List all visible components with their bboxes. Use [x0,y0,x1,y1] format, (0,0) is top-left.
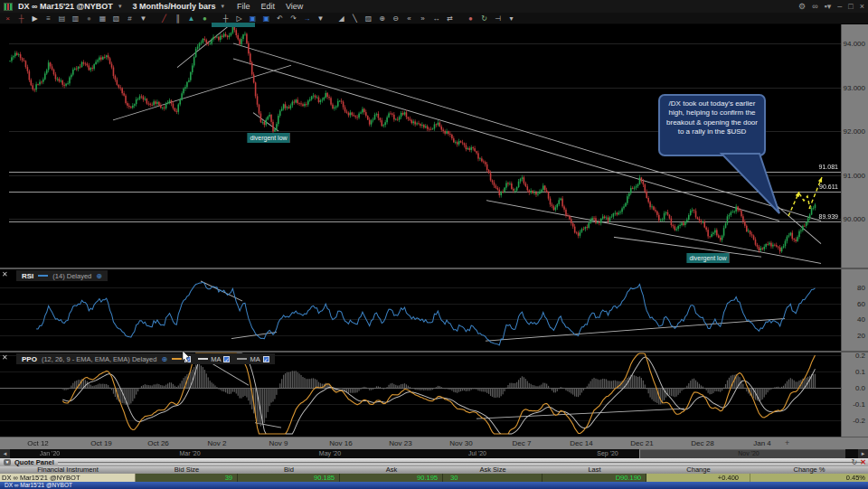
history-scrollbar[interactable]: Jan '20Mar '20May '20Jul '20Sep '20Nov '… [0,449,868,458]
quote-ask-size-cell[interactable]: 30 [443,474,542,482]
quote-bid-cell[interactable]: 90.185 [238,474,340,482]
quote-col-ask[interactable]: Ask [340,466,443,474]
tools-dropdown-icon[interactable]: ▼ [315,14,326,24]
fit-width-icon[interactable]: ↔ [430,14,442,24]
pointer-tool-icon[interactable]: ▶ [29,14,41,24]
timeframe-selector[interactable]: 3 Months/Hourly bars [132,2,215,11]
zoom-out-icon[interactable]: ⊖ [390,14,401,24]
pin-window-icon[interactable]: ▪▾ [825,0,832,13]
select-arrow-icon[interactable]: ▷ [233,14,245,24]
minimize-button[interactable]: – [837,0,842,13]
quote-last-cell[interactable]: D90.190 [542,474,646,482]
expand-plus-marker[interactable]: + [785,438,789,447]
symbol-dropdown-caret-icon[interactable]: ▾ [118,3,122,10]
folder-icon[interactable]: ▥ [70,14,81,24]
menu-view[interactable]: View [286,2,303,11]
undo-icon[interactable]: ↶ [274,14,286,24]
ppo-legend-checkbox[interactable]: ✓ [223,356,230,362]
date-tick: Jan 4 [753,439,771,447]
date-tick: Oct 12 [27,439,49,447]
eraser-icon[interactable]: ◢ [335,14,347,24]
chart-type-dropdown-icon[interactable]: ▼ [137,14,149,24]
quote-col-last[interactable]: Last [542,466,646,474]
ppo-tick: 0.2 [855,352,865,360]
quote-col-financial-instrument[interactable]: Financial Instrument [0,466,136,474]
ppo-settings-icon[interactable]: ⊕ [161,355,167,363]
hatch-tool-icon[interactable]: ▨ [363,14,374,24]
save-icon[interactable]: ▦ [97,14,108,24]
draw-pencil-icon[interactable]: ╱ [158,14,170,24]
quote-col-bid[interactable]: Bid [238,466,340,474]
close-button[interactable]: × [860,0,864,13]
price-tick: 91.000 [844,172,865,180]
print-icon[interactable]: ▤ [56,14,68,24]
quote-close-icon[interactable]: ✕ [860,458,866,466]
date-tick: Nov 9 [269,439,288,447]
date-axis[interactable]: Oct 12Oct 19Oct 26Nov 2Nov 9Nov 16Nov 23… [0,437,868,449]
zoom-in-icon[interactable]: ⊕ [376,14,388,24]
price-axis[interactable]: 94.00093.00092.00091.00090.000806040200.… [841,24,868,437]
quote-col-change-[interactable]: Change % [750,466,868,474]
timeframe-dropdown-caret-icon[interactable]: ▾ [221,3,224,10]
pan-icon[interactable]: ⇄ [444,14,456,24]
quote-change-pct-cell[interactable]: 0.45% [750,474,868,482]
rsi-ppo-divider[interactable] [0,351,868,353]
info-panel2-icon[interactable]: ▣ [260,14,272,24]
quote-refresh-icon[interactable]: ↻ [852,458,858,466]
expand-right-icon[interactable]: » [417,14,429,24]
quote-instrument-cell[interactable]: DX ∞ Mar15'21 @NYBOT [0,474,136,482]
chart-rsi-divider[interactable] [0,268,868,269]
ppo-legend-checkbox[interactable]: ✓ [184,356,191,362]
scroll-left-arrow[interactable]: ◂ [0,449,10,458]
quote-bid-size-cell[interactable]: 39 [136,474,238,482]
go-to-icon[interactable]: → [301,14,313,24]
quote-col-ask-size[interactable]: Ask Size [443,466,542,474]
date-tick: Dec 7 [513,439,532,447]
ppo-legend-swatch [198,358,208,360]
ppo-close-button[interactable]: ✕ [2,354,8,362]
level-label: 89.939 [819,213,838,220]
globe-icon[interactable]: ● [199,14,211,24]
refresh-icon[interactable]: ↻ [478,14,490,24]
redo-icon[interactable]: ↷ [288,14,299,24]
price-tick: 94.000 [844,40,865,48]
quote-ask-cell[interactable]: 90.195 [340,474,443,482]
link-windows-icon[interactable]: ∞ [812,0,817,13]
menu-file[interactable]: File [237,2,250,11]
ppo-legend-swatch [237,358,247,360]
symbol-title[interactable]: DX ∞ Mar15'21 @NYBOT [18,2,113,11]
area-chart-icon[interactable]: ▲ [185,14,197,24]
quote-panel-buttons: ↻ ✕ [852,458,866,466]
grid-layout-icon[interactable]: # [124,14,136,24]
snapshot-icon[interactable]: ▧ [110,14,122,24]
more-dropdown-icon[interactable]: ▾ [505,14,517,24]
trendline-tool-icon[interactable]: ╲ [349,14,361,24]
record-icon[interactable]: ● [83,14,95,24]
list-icon[interactable]: ≡ [42,14,54,24]
close-chart-icon[interactable]: × [2,14,14,24]
expand-left-icon[interactable]: « [403,14,415,24]
rsi-tick: 80 [857,284,865,292]
quote-table-row[interactable]: DX ∞ Mar15'21 @NYBOT 39 90.185 90.195 30… [0,474,868,482]
quote-panel-collapse-button[interactable]: ▼ [4,459,11,465]
ppo-legend-checkbox[interactable]: ✓ [263,356,269,362]
maximize-button[interactable]: □ [848,0,853,13]
rsi-settings-icon[interactable]: ⊕ [96,272,102,280]
quote-col-change[interactable]: Change [646,466,750,474]
rsi-tick: 40 [857,315,865,324]
info-panel-icon[interactable]: ▣ [247,14,259,24]
rsi-panel-header: RSI (14) Delayed ⊕ [16,270,108,281]
crosshair-tool-icon[interactable]: ┼ [15,14,27,24]
quote-change-cell[interactable]: +0.400 [646,474,750,482]
rsi-close-button[interactable]: ✕ [2,271,8,278]
crosshair-plus-icon[interactable]: ┼ [220,14,231,24]
quote-col-bid-size[interactable]: Bid Size [136,466,238,474]
settings-gear-icon[interactable]: ⚙ [798,0,806,13]
bar-chart-icon[interactable]: ║ [172,14,184,24]
rsi-title: RSI [22,272,33,280]
menu-edit[interactable]: Edit [260,2,275,11]
menu-bar: FileEditView [237,2,303,11]
scroll-right-arrow[interactable]: ▸ [858,449,868,458]
theme-icon[interactable]: ● [465,14,476,24]
settings-tool-icon[interactable]: ⊣ [492,14,504,24]
